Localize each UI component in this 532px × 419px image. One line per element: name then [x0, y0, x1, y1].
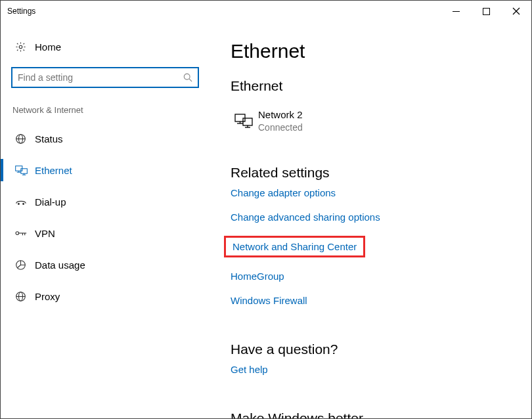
globe-icon	[15, 133, 35, 144]
search-input[interactable]	[11, 67, 199, 88]
maximize-button[interactable]	[471, 1, 501, 22]
network-item[interactable]: Network 2 Connected	[231, 106, 518, 136]
nav-item-label: Proxy	[35, 291, 60, 302]
related-link-2[interactable]: Network and Sharing Center	[224, 236, 365, 257]
nav-item-datausage[interactable]: Data usage	[1, 249, 210, 280]
nav-item-vpn[interactable]: VPN	[1, 217, 210, 249]
globe-icon	[15, 291, 35, 302]
close-button[interactable]	[501, 1, 531, 22]
related-heading: Related settings	[231, 165, 518, 181]
svg-point-16	[18, 204, 20, 205]
nav-item-proxy[interactable]: Proxy	[1, 280, 210, 312]
question-heading: Have a question?	[231, 342, 518, 357]
category-label: Network & Internet	[1, 105, 210, 123]
network-name: Network 2	[258, 108, 303, 121]
svg-point-18	[16, 232, 19, 235]
svg-point-4	[19, 45, 22, 49]
related-link-1[interactable]: Change advanced sharing options	[231, 211, 380, 223]
window-title: Settings	[7, 7, 35, 16]
nav-item-label: Dial-up	[35, 196, 66, 208]
gear-icon	[15, 41, 35, 53]
related-link-4[interactable]: Windows Firewall	[231, 295, 307, 306]
connection-heading: Ethernet	[231, 78, 518, 94]
related-link-3[interactable]: HomeGroup	[231, 271, 284, 282]
vpn-icon	[15, 229, 35, 237]
nav-item-label: Ethernet	[35, 165, 72, 176]
related-link-0[interactable]: Change adapter options	[231, 187, 336, 198]
dialup-icon	[15, 197, 35, 206]
nav-item-dialup[interactable]: Dial-up	[1, 186, 210, 217]
nav-item-label: VPN	[35, 228, 55, 239]
ethernet-icon	[15, 165, 35, 175]
get-help-link[interactable]: Get help	[231, 364, 268, 375]
home-label: Home	[35, 41, 61, 53]
home-button[interactable]: Home	[1, 35, 210, 59]
related-links: Change adapter optionsChange advanced sh…	[231, 187, 518, 306]
svg-point-17	[23, 204, 24, 205]
page-title: Ethernet	[231, 40, 518, 62]
search-container	[11, 67, 199, 88]
feedback-heading: Make Windows better	[231, 410, 518, 418]
ethernet-icon	[231, 114, 257, 128]
svg-rect-1	[483, 8, 489, 14]
titlebar: Settings	[1, 1, 531, 22]
network-status: Connected	[258, 121, 303, 133]
nav-item-status[interactable]: Status	[1, 123, 210, 154]
nav-item-label: Status	[35, 133, 63, 144]
nav-item-label: Data usage	[35, 259, 85, 271]
nav-list: StatusEthernetDial-upVPNData usageProxy	[1, 123, 210, 312]
nav-item-ethernet[interactable]: Ethernet	[1, 154, 210, 186]
minimize-button[interactable]	[441, 1, 471, 22]
sidebar: Home Network & Internet StatusEthernetDi…	[1, 22, 210, 418]
main-panel: Ethernet Ethernet Network 2 Connected Re…	[210, 22, 531, 418]
data-icon	[15, 259, 35, 271]
